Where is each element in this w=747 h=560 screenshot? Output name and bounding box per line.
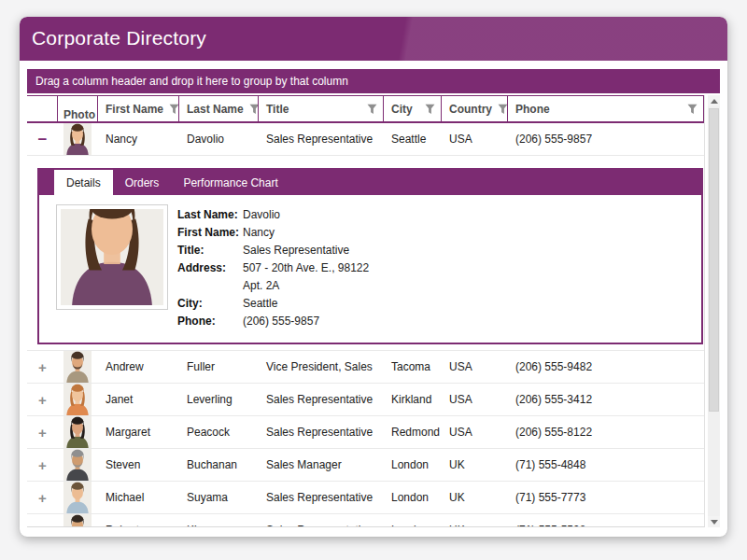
employee-row[interactable]: + Andrew Fuller Vice President, Sales Ta… <box>27 351 704 384</box>
grid-body: Photo First Name Last Name Title City Co… <box>27 95 720 527</box>
column-header[interactable]: City <box>384 96 442 121</box>
column-header[interactable] <box>27 96 58 121</box>
detail-field: Phone: (206) 555-9857 <box>177 313 369 330</box>
detail-tabstrip: DetailsOrdersPerformance Chart <box>39 170 701 195</box>
detail-tab[interactable]: Performance Chart <box>171 170 289 195</box>
detail-tab[interactable]: Details <box>54 170 113 195</box>
scroll-down-button[interactable] <box>708 516 720 527</box>
phone-cell: (206) 555-8122 <box>515 426 592 439</box>
title-cell: Sales Representative <box>266 393 373 406</box>
city-cell: Tacoma <box>391 360 430 373</box>
scroll-up-button[interactable] <box>708 95 720 106</box>
employee-row[interactable]: + Janet Leverling Sales Representative K… <box>27 384 704 416</box>
detail-field: Title: Sales Representative <box>177 242 369 259</box>
detail-panel: DetailsOrdersPerformance Chart Last Name… <box>37 168 703 344</box>
detail-field-label: Last Name: <box>177 206 243 224</box>
country-cell: UK <box>449 524 465 526</box>
title-cell: Sales Representative <box>266 491 373 504</box>
photo-cell <box>58 384 98 415</box>
employee-row[interactable]: + Steven Buchanan Sales Manager London U… <box>27 449 704 482</box>
city-cell: Kirkland <box>391 393 431 406</box>
title-cell: Sales Representative <box>266 426 373 439</box>
row-expand-toggle[interactable]: + <box>38 360 47 374</box>
detail-photo <box>56 204 168 310</box>
first-name-cell: Janet <box>106 393 133 406</box>
row-expand-toggle[interactable]: + <box>38 524 47 527</box>
scroll-up-icon <box>711 99 718 104</box>
column-header-label: Photo <box>63 108 95 121</box>
filter-icon[interactable] <box>361 104 377 115</box>
row-expand-toggle[interactable]: + <box>38 491 47 505</box>
employee-row[interactable]: + Robert King Sales Representative Londo… <box>27 514 704 526</box>
first-name-cell: Margaret <box>106 426 150 439</box>
filter-icon[interactable] <box>682 104 698 115</box>
employee-row[interactable]: − Nancy Davolio Sales Representative Sea… <box>27 123 704 156</box>
last-name-cell: Davolio <box>187 133 224 146</box>
city-cell: London <box>391 491 429 504</box>
phone-cell: (206) 555-3412 <box>515 393 592 406</box>
city-cell: London <box>391 524 429 526</box>
detail-field: Last Name: Davolio <box>177 206 369 224</box>
detail-tab[interactable]: Orders <box>113 170 172 195</box>
column-header[interactable]: Country <box>442 96 508 121</box>
employee-photo <box>63 416 92 448</box>
filter-icon[interactable] <box>244 104 259 115</box>
column-header-label: Last Name <box>187 103 244 116</box>
row-expand-toggle[interactable]: − <box>38 133 48 147</box>
column-header-label: First Name <box>106 103 163 116</box>
detail-field-label: City: <box>177 295 243 313</box>
column-header[interactable]: Phone <box>508 96 704 121</box>
last-name-cell: Leverling <box>187 393 233 406</box>
country-cell: USA <box>449 360 472 373</box>
last-name-cell: Peacock <box>187 426 230 439</box>
country-cell: USA <box>449 133 472 146</box>
detail-field-value: (206) 555-9857 <box>243 313 319 330</box>
column-header-row: Photo First Name Last Name Title City Co… <box>27 95 704 123</box>
column-header[interactable]: Last Name <box>179 96 259 121</box>
employee-row[interactable]: + Margaret Peacock Sales Representative … <box>27 416 704 449</box>
photo-cell <box>58 123 98 155</box>
phone-cell: (206) 555-9482 <box>515 360 592 373</box>
scrollbar-thumb[interactable] <box>709 108 719 412</box>
employee-photo <box>63 514 92 526</box>
first-name-cell: Nancy <box>106 133 137 146</box>
last-name-cell: Buchanan <box>187 458 237 471</box>
filter-icon[interactable] <box>163 104 179 115</box>
window-titlebar: Corporate Directory <box>20 17 727 61</box>
detail-field-value: Sales Representative <box>243 242 349 259</box>
detail-field: City: Seattle <box>177 295 369 313</box>
row-expand-toggle[interactable]: + <box>38 393 47 407</box>
scrollbar-track[interactable] <box>708 106 720 516</box>
detail-field-label: Title: <box>177 242 243 259</box>
row-detail-section: DetailsOrdersPerformance Chart Last Name… <box>27 156 704 351</box>
row-expand-toggle[interactable]: + <box>38 426 47 440</box>
last-name-cell: Fuller <box>187 360 215 373</box>
first-name-cell: Robert <box>106 524 139 526</box>
detail-field-value: Nancy <box>243 224 275 242</box>
employee-row[interactable]: + Michael Suyama Sales Representative Lo… <box>27 482 704 514</box>
phone-cell: (71) 555-7773 <box>515 491 585 504</box>
employee-photo <box>63 384 92 415</box>
column-header[interactable]: First Name <box>98 96 179 121</box>
detail-field-label: Address: <box>177 259 243 295</box>
detail-content: Last Name: Davolio First Name: Nancy Tit… <box>39 195 701 340</box>
detail-field: First Name: Nancy <box>177 224 369 242</box>
column-header[interactable]: Title <box>259 96 384 121</box>
city-cell: Redmond <box>391 426 440 439</box>
column-header-label: City <box>391 103 413 116</box>
detail-field: Address: 507 - 20th Ave. E., 98122Apt. 2… <box>177 259 369 295</box>
group-by-drop-area[interactable]: Drag a column header and drop it here to… <box>27 69 720 93</box>
filter-icon[interactable] <box>492 104 508 115</box>
phone-cell: (206) 555-9857 <box>515 133 592 146</box>
last-name-cell: King <box>187 524 209 526</box>
last-name-cell: Suyama <box>187 491 228 504</box>
photo-cell <box>58 351 98 383</box>
row-expand-toggle[interactable]: + <box>38 458 47 472</box>
rows-viewport: − Nancy Davolio Sales Representative Sea… <box>27 123 704 526</box>
detail-field-label: First Name: <box>177 224 243 242</box>
filter-icon[interactable] <box>419 104 435 115</box>
vertical-scrollbar[interactable] <box>708 95 720 527</box>
table-area: Photo First Name Last Name Title City Co… <box>27 95 705 527</box>
city-cell: Seattle <box>391 133 426 146</box>
column-header[interactable]: Photo <box>58 96 98 121</box>
